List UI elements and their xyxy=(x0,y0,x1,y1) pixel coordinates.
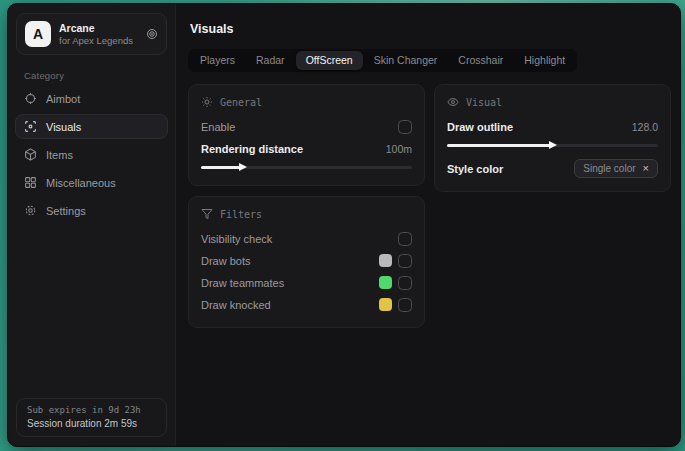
tab-players[interactable]: Players xyxy=(190,51,245,70)
draw-knocked-row: Draw knocked xyxy=(201,294,412,315)
grid-icon xyxy=(24,176,37,189)
sidebar-item-miscellaneous[interactable]: Miscellaneous xyxy=(15,170,168,195)
enable-label: Enable xyxy=(201,121,235,133)
draw-bots-checkbox[interactable] xyxy=(398,254,412,268)
app-logo: A xyxy=(25,21,51,47)
page-title: Visuals xyxy=(190,22,671,36)
visibility-check-row: Visibility check xyxy=(201,228,412,249)
sidebar-item-label: Settings xyxy=(46,205,86,217)
app-title: Arcane xyxy=(59,22,133,35)
sub-expires-text: Sub expires in 9d 23h xyxy=(27,405,156,415)
slider-fill xyxy=(201,166,243,169)
funnel-icon xyxy=(201,208,213,220)
visibility-check-checkbox[interactable] xyxy=(398,232,412,246)
general-card: General Enable Rendering distance 100m xyxy=(188,84,425,186)
app-header-card: A Arcane for Apex Legends xyxy=(16,13,167,55)
draw-outline-value: 128.0 xyxy=(632,121,658,133)
draw-knocked-label: Draw knocked xyxy=(201,299,271,311)
sidebar-item-label: Items xyxy=(46,149,73,161)
sidebar-item-label: Aimbot xyxy=(46,93,80,105)
draw-outline-label: Draw outline xyxy=(447,121,513,133)
tab-crosshair[interactable]: Crosshair xyxy=(448,51,513,70)
draw-teammates-color-swatch[interactable] xyxy=(379,276,392,289)
style-color-row: Style color Single color × xyxy=(447,158,658,179)
tab-radar[interactable]: Radar xyxy=(246,51,295,70)
session-duration-text: Session duration 2m 59s xyxy=(27,418,156,429)
general-card-title: General xyxy=(220,97,262,108)
close-icon[interactable]: × xyxy=(643,163,649,174)
visuals-tab-bar: Players Radar OffScreen Skin Changer Cro… xyxy=(188,49,577,72)
sidebar: A Arcane for Apex Legends Category xyxy=(8,4,176,446)
category-label: Category xyxy=(24,70,175,81)
rendering-distance-row: Rendering distance 100m xyxy=(201,138,412,159)
draw-outline-slider[interactable] xyxy=(447,140,658,151)
subscription-info-card: Sub expires in 9d 23h Session duration 2… xyxy=(16,398,167,437)
draw-teammates-label: Draw teammates xyxy=(201,277,284,289)
desktop-background: A Arcane for Apex Legends Category xyxy=(0,0,685,451)
gear-icon xyxy=(24,204,37,217)
draw-teammates-row: Draw teammates xyxy=(201,272,412,293)
tab-skin-changer[interactable]: Skin Changer xyxy=(364,51,448,70)
main-panel: Visuals Players Radar OffScreen Skin Cha… xyxy=(176,4,680,446)
rendering-distance-value: 100m xyxy=(386,143,412,155)
scan-eye-icon xyxy=(24,120,37,133)
draw-outline-row: Draw outline 128.0 xyxy=(447,116,658,137)
sidebar-nav: Aimbot Visuals xyxy=(8,86,175,223)
rendering-distance-slider[interactable] xyxy=(201,162,412,173)
draw-bots-color-swatch[interactable] xyxy=(379,254,392,267)
target-icon[interactable] xyxy=(146,28,158,40)
sidebar-item-label: Miscellaneous xyxy=(46,177,116,189)
filters-card-title: Filters xyxy=(220,209,262,220)
tab-offscreen[interactable]: OffScreen xyxy=(296,51,363,70)
visual-card: Visual Draw outline 128.0 Style col xyxy=(434,84,671,192)
sun-icon xyxy=(201,96,213,108)
style-color-tag-label: Single color xyxy=(583,163,635,174)
draw-knocked-color-swatch[interactable] xyxy=(379,298,392,311)
draw-bots-label: Draw bots xyxy=(201,255,251,267)
sidebar-item-aimbot[interactable]: Aimbot xyxy=(15,86,168,111)
tab-highlight[interactable]: Highlight xyxy=(514,51,575,70)
visual-card-title: Visual xyxy=(466,97,502,108)
app-window: A Arcane for Apex Legends Category xyxy=(7,3,681,447)
package-icon xyxy=(24,148,37,161)
sidebar-item-label: Visuals xyxy=(46,121,81,133)
app-subtitle: for Apex Legends xyxy=(59,35,133,47)
style-color-label: Style color xyxy=(447,163,503,175)
crosshair-icon xyxy=(24,92,37,105)
rendering-distance-label: Rendering distance xyxy=(201,143,303,155)
eye-icon xyxy=(447,96,459,108)
draw-knocked-checkbox[interactable] xyxy=(398,298,412,312)
filters-card: Filters Visibility check Draw bots xyxy=(188,196,425,328)
slider-fill xyxy=(447,144,553,147)
sidebar-item-visuals[interactable]: Visuals xyxy=(15,114,168,139)
draw-teammates-checkbox[interactable] xyxy=(398,276,412,290)
enable-row: Enable xyxy=(201,116,412,137)
slider-thumb-arrow-icon[interactable] xyxy=(549,141,557,149)
visibility-check-label: Visibility check xyxy=(201,233,272,245)
enable-checkbox[interactable] xyxy=(398,120,412,134)
draw-bots-row: Draw bots xyxy=(201,250,412,271)
style-color-tag[interactable]: Single color × xyxy=(574,159,658,178)
sidebar-item-settings[interactable]: Settings xyxy=(15,198,168,223)
sidebar-item-items[interactable]: Items xyxy=(15,142,168,167)
slider-thumb-arrow-icon[interactable] xyxy=(239,163,247,171)
